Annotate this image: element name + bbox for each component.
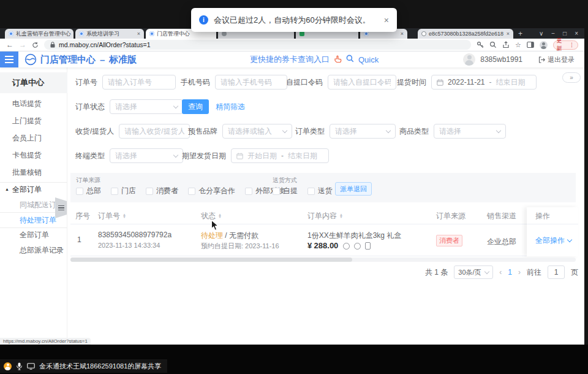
sidebar-group-all-orders[interactable]: ▲ 全部订单: [5, 185, 42, 194]
col-order-source: 订单来源: [436, 207, 466, 224]
toast-close-icon[interactable]: ×: [384, 15, 389, 25]
filter-receiver: 收货/提货人: [75, 124, 190, 139]
logout-button[interactable]: 退出登录: [538, 55, 575, 64]
dispatch-return-button[interactable]: 派单退回: [335, 182, 372, 196]
sidebar-item-hq-dispatch-records[interactable]: 总部派单记录: [20, 245, 64, 255]
checkbox-consumer[interactable]: 消费者: [146, 186, 178, 196]
simple-filter-link[interactable]: 精简筛选: [216, 99, 245, 114]
screen-share-icon[interactable]: [27, 363, 35, 370]
sidebar-item-batch-verify[interactable]: 批量核销: [12, 167, 42, 177]
current-page[interactable]: 1: [508, 268, 512, 277]
new-tab-button[interactable]: +: [518, 29, 522, 38]
pickup-code-label: 自提口令码: [286, 77, 323, 88]
window-maximize-icon[interactable]: □: [563, 30, 567, 37]
calendar-icon: [437, 79, 443, 86]
window-minimize-icon[interactable]: −: [551, 30, 555, 37]
page-size-select[interactable]: 30条/页: [454, 265, 493, 279]
mobile-icon[interactable]: [365, 242, 371, 250]
toast-text: 会议已超过2人，自动转为60分钟限时会议。: [214, 15, 371, 26]
checkbox-self-pickup[interactable]: 自提: [273, 186, 298, 196]
order-detail-icon-1[interactable]: [343, 243, 350, 250]
refresh-icon[interactable]: [32, 42, 39, 48]
checkbox-warehouse-share[interactable]: 仓分享合作: [188, 186, 235, 196]
prev-page-button[interactable]: ‹: [499, 268, 502, 277]
sidebar-item-member-visit[interactable]: 会员上门: [12, 133, 42, 143]
microphone-icon[interactable]: [16, 362, 23, 370]
col-order-no[interactable]: 订单号 ▲▼: [98, 207, 126, 224]
back-icon[interactable]: ←: [6, 41, 13, 48]
row-content: 1份XX生鲜羊肉礼盒3kg 礼盒: [307, 231, 401, 241]
quick-entry-link[interactable]: 更快捷的券卡查询入口: [250, 54, 330, 65]
tab-title: 礼盒营销平台管理中心: [16, 30, 71, 38]
order-type-select[interactable]: 请选择: [330, 124, 396, 139]
pickup-code-input[interactable]: [328, 75, 396, 90]
select-placeholder: 请选择: [335, 126, 357, 137]
col-label: 订单内容: [307, 207, 337, 224]
tab-close-icon[interactable]: ×: [137, 31, 140, 37]
tab-close-icon[interactable]: ×: [507, 31, 510, 37]
goods-type-select[interactable]: 请选择: [434, 124, 506, 139]
toolbar-right-cluster: ☆ 更新 ⋮: [477, 40, 578, 50]
checkbox-hq[interactable]: 总部: [76, 186, 101, 196]
window-menu-icon[interactable]: ∨: [539, 30, 543, 37]
browser-tab-2[interactable]: 系统培训学习 ×: [75, 29, 144, 39]
password-key-icon[interactable]: [477, 41, 484, 48]
sidebar-item-all-orders[interactable]: 全部订单: [20, 230, 49, 240]
presale-brand-select[interactable]: 请选择或输入: [222, 124, 292, 139]
bookmark-star-icon[interactable]: ☆: [515, 41, 521, 49]
browser-profile-avatar[interactable]: [540, 41, 548, 49]
goto-page-input[interactable]: 1: [548, 265, 565, 279]
chrome-update-button[interactable]: 更新 ⋮: [553, 40, 578, 50]
expected-ship-date-picker[interactable]: 开始日期 - 结束日期: [231, 148, 329, 163]
search-button[interactable]: 查询: [182, 99, 209, 114]
table-row[interactable]: 1 83859345088979792a 2023-11-13 14:33:34…: [70, 224, 576, 256]
tab-close-icon[interactable]: ×: [401, 31, 404, 37]
table-horizontal-scrollbar[interactable]: [70, 258, 576, 262]
tab-title: 门店管理中心: [157, 30, 190, 38]
forward-icon[interactable]: →: [19, 41, 26, 48]
panel-expand-button[interactable]: »: [562, 72, 581, 83]
chevron-down-icon: [173, 152, 178, 157]
order-no-input[interactable]: [102, 75, 176, 90]
search-icon[interactable]: [346, 55, 354, 64]
lock-icon: [50, 42, 55, 48]
select-placeholder: 请选择: [115, 102, 137, 112]
chevron-down-icon: [496, 128, 501, 132]
side-panel-icon[interactable]: [527, 41, 534, 48]
browser-tab-1[interactable]: 礼盒营销平台管理中心 ×: [5, 29, 74, 39]
menu-hamburger-button[interactable]: [0, 52, 18, 67]
zoom-icon[interactable]: [489, 41, 497, 48]
scrollbar-thumb[interactable]: [70, 258, 352, 262]
mouse-cursor: [211, 219, 219, 234]
url-text: md.maboy.cn/AllOrder?status=1: [59, 41, 151, 48]
share-icon[interactable]: [502, 41, 510, 48]
next-page-button[interactable]: ›: [518, 268, 521, 277]
sidebar-item-card-pickup[interactable]: 卡包提货: [12, 150, 42, 160]
pointing-hand-icon: [334, 55, 342, 64]
order-status-select[interactable]: 请选择: [110, 99, 183, 114]
checkbox-delivery[interactable]: 送货: [307, 186, 333, 196]
sidebar-item-door-pickup[interactable]: 上门提货: [12, 116, 42, 126]
address-bar[interactable]: md.maboy.cn/AllOrder?status=1: [44, 40, 471, 50]
sort-icons[interactable]: ▲▼: [218, 213, 222, 219]
terminal-type-select[interactable]: 请选择: [110, 148, 183, 163]
sort-icons[interactable]: ▲▼: [339, 213, 343, 219]
user-avatar[interactable]: [463, 53, 475, 66]
checkbox-store[interactable]: 门店: [111, 186, 136, 196]
sort-icons[interactable]: ▲▼: [123, 213, 126, 219]
receiver-input[interactable]: [119, 124, 190, 139]
col-order-content[interactable]: 订单内容 ▲▼: [307, 207, 343, 224]
action-label: 全部操作: [535, 235, 565, 246]
user-zone: 8385wb1991 退出登录: [463, 52, 575, 67]
sidebar-item-phone-pickup[interactable]: 电话提货: [12, 99, 42, 109]
tab-title: e8c573080b1328a258fd2e618: [429, 31, 503, 37]
order-detail-icon-2[interactable]: [354, 243, 361, 250]
pickup-time-range-picker[interactable]: 2022-11-21 - 结束日期: [431, 75, 537, 90]
quick-link[interactable]: Quick: [358, 55, 379, 64]
checkbox-label: 送货: [318, 186, 333, 196]
row-action-dropdown[interactable]: 全部操作: [535, 235, 571, 246]
window-close-icon[interactable]: ×: [575, 30, 578, 37]
phone-input[interactable]: [215, 75, 287, 90]
browser-tab-7[interactable]: e8c573080b1328a258fd2e618 ×: [418, 29, 513, 39]
sidebar-item-pending-orders[interactable]: 待处理订单: [20, 215, 56, 225]
